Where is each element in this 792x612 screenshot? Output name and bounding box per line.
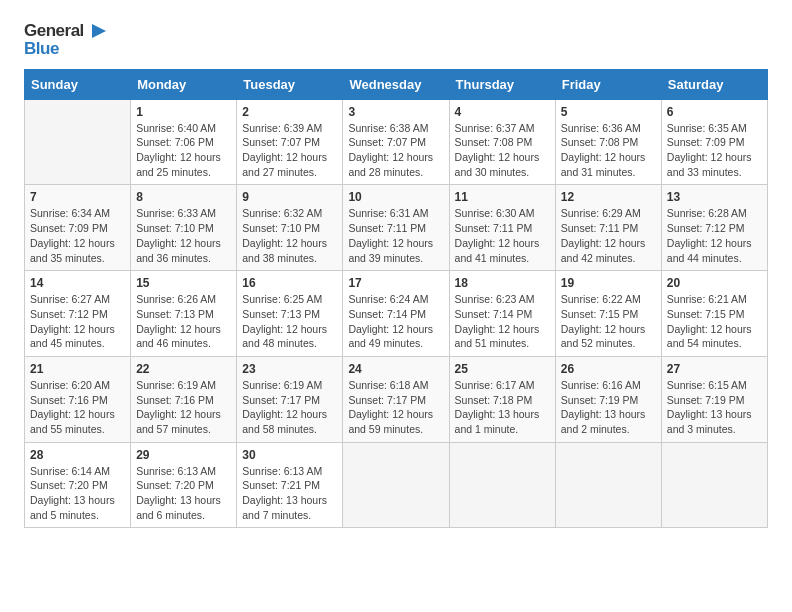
calendar-week-row: 21Sunrise: 6:20 AMSunset: 7:16 PMDayligh… bbox=[25, 356, 768, 442]
day-info: Sunrise: 6:38 AMSunset: 7:07 PMDaylight:… bbox=[348, 121, 443, 180]
day-info: Sunrise: 6:39 AMSunset: 7:07 PMDaylight:… bbox=[242, 121, 337, 180]
column-header-friday: Friday bbox=[555, 69, 661, 99]
calendar-cell: 22Sunrise: 6:19 AMSunset: 7:16 PMDayligh… bbox=[131, 356, 237, 442]
column-header-thursday: Thursday bbox=[449, 69, 555, 99]
calendar-cell: 29Sunrise: 6:13 AMSunset: 7:20 PMDayligh… bbox=[131, 442, 237, 528]
calendar-cell: 9Sunrise: 6:32 AMSunset: 7:10 PMDaylight… bbox=[237, 185, 343, 271]
calendar-week-row: 14Sunrise: 6:27 AMSunset: 7:12 PMDayligh… bbox=[25, 271, 768, 357]
column-header-sunday: Sunday bbox=[25, 69, 131, 99]
calendar-cell: 12Sunrise: 6:29 AMSunset: 7:11 PMDayligh… bbox=[555, 185, 661, 271]
calendar-week-row: 7Sunrise: 6:34 AMSunset: 7:09 PMDaylight… bbox=[25, 185, 768, 271]
day-info: Sunrise: 6:31 AMSunset: 7:11 PMDaylight:… bbox=[348, 206, 443, 265]
day-info: Sunrise: 6:32 AMSunset: 7:10 PMDaylight:… bbox=[242, 206, 337, 265]
calendar-cell: 23Sunrise: 6:19 AMSunset: 7:17 PMDayligh… bbox=[237, 356, 343, 442]
day-info: Sunrise: 6:40 AMSunset: 7:06 PMDaylight:… bbox=[136, 121, 231, 180]
day-number: 29 bbox=[136, 448, 231, 462]
logo-text: General Blue bbox=[24, 20, 108, 59]
svg-marker-0 bbox=[92, 24, 106, 38]
day-number: 12 bbox=[561, 190, 656, 204]
day-info: Sunrise: 6:13 AMSunset: 7:21 PMDaylight:… bbox=[242, 464, 337, 523]
calendar-cell: 24Sunrise: 6:18 AMSunset: 7:17 PMDayligh… bbox=[343, 356, 449, 442]
day-number: 28 bbox=[30, 448, 125, 462]
day-number: 3 bbox=[348, 105, 443, 119]
calendar-cell: 5Sunrise: 6:36 AMSunset: 7:08 PMDaylight… bbox=[555, 99, 661, 185]
calendar-cell bbox=[25, 99, 131, 185]
calendar-week-row: 28Sunrise: 6:14 AMSunset: 7:20 PMDayligh… bbox=[25, 442, 768, 528]
calendar-table: SundayMondayTuesdayWednesdayThursdayFrid… bbox=[24, 69, 768, 529]
calendar-cell: 6Sunrise: 6:35 AMSunset: 7:09 PMDaylight… bbox=[661, 99, 767, 185]
day-info: Sunrise: 6:22 AMSunset: 7:15 PMDaylight:… bbox=[561, 292, 656, 351]
calendar-week-row: 1Sunrise: 6:40 AMSunset: 7:06 PMDaylight… bbox=[25, 99, 768, 185]
day-number: 1 bbox=[136, 105, 231, 119]
day-number: 6 bbox=[667, 105, 762, 119]
day-info: Sunrise: 6:37 AMSunset: 7:08 PMDaylight:… bbox=[455, 121, 550, 180]
day-number: 16 bbox=[242, 276, 337, 290]
day-number: 26 bbox=[561, 362, 656, 376]
calendar-cell: 11Sunrise: 6:30 AMSunset: 7:11 PMDayligh… bbox=[449, 185, 555, 271]
day-info: Sunrise: 6:16 AMSunset: 7:19 PMDaylight:… bbox=[561, 378, 656, 437]
calendar-cell: 16Sunrise: 6:25 AMSunset: 7:13 PMDayligh… bbox=[237, 271, 343, 357]
logo-triangle-icon bbox=[86, 20, 108, 42]
calendar-cell bbox=[555, 442, 661, 528]
calendar-cell: 20Sunrise: 6:21 AMSunset: 7:15 PMDayligh… bbox=[661, 271, 767, 357]
column-header-saturday: Saturday bbox=[661, 69, 767, 99]
day-info: Sunrise: 6:19 AMSunset: 7:16 PMDaylight:… bbox=[136, 378, 231, 437]
day-info: Sunrise: 6:29 AMSunset: 7:11 PMDaylight:… bbox=[561, 206, 656, 265]
day-number: 24 bbox=[348, 362, 443, 376]
calendar-cell: 3Sunrise: 6:38 AMSunset: 7:07 PMDaylight… bbox=[343, 99, 449, 185]
day-number: 23 bbox=[242, 362, 337, 376]
day-number: 22 bbox=[136, 362, 231, 376]
calendar-cell: 15Sunrise: 6:26 AMSunset: 7:13 PMDayligh… bbox=[131, 271, 237, 357]
day-info: Sunrise: 6:25 AMSunset: 7:13 PMDaylight:… bbox=[242, 292, 337, 351]
calendar-cell: 14Sunrise: 6:27 AMSunset: 7:12 PMDayligh… bbox=[25, 271, 131, 357]
day-info: Sunrise: 6:14 AMSunset: 7:20 PMDaylight:… bbox=[30, 464, 125, 523]
day-info: Sunrise: 6:36 AMSunset: 7:08 PMDaylight:… bbox=[561, 121, 656, 180]
day-info: Sunrise: 6:30 AMSunset: 7:11 PMDaylight:… bbox=[455, 206, 550, 265]
calendar-cell: 26Sunrise: 6:16 AMSunset: 7:19 PMDayligh… bbox=[555, 356, 661, 442]
calendar-cell: 1Sunrise: 6:40 AMSunset: 7:06 PMDaylight… bbox=[131, 99, 237, 185]
calendar-header-row: SundayMondayTuesdayWednesdayThursdayFrid… bbox=[25, 69, 768, 99]
day-info: Sunrise: 6:26 AMSunset: 7:13 PMDaylight:… bbox=[136, 292, 231, 351]
calendar-cell: 27Sunrise: 6:15 AMSunset: 7:19 PMDayligh… bbox=[661, 356, 767, 442]
day-number: 20 bbox=[667, 276, 762, 290]
day-info: Sunrise: 6:19 AMSunset: 7:17 PMDaylight:… bbox=[242, 378, 337, 437]
day-number: 30 bbox=[242, 448, 337, 462]
column-header-tuesday: Tuesday bbox=[237, 69, 343, 99]
day-number: 14 bbox=[30, 276, 125, 290]
day-number: 5 bbox=[561, 105, 656, 119]
day-info: Sunrise: 6:17 AMSunset: 7:18 PMDaylight:… bbox=[455, 378, 550, 437]
day-number: 25 bbox=[455, 362, 550, 376]
day-info: Sunrise: 6:20 AMSunset: 7:16 PMDaylight:… bbox=[30, 378, 125, 437]
column-header-wednesday: Wednesday bbox=[343, 69, 449, 99]
logo: General Blue bbox=[24, 20, 108, 59]
day-number: 8 bbox=[136, 190, 231, 204]
calendar-cell: 8Sunrise: 6:33 AMSunset: 7:10 PMDaylight… bbox=[131, 185, 237, 271]
day-number: 19 bbox=[561, 276, 656, 290]
calendar-cell: 19Sunrise: 6:22 AMSunset: 7:15 PMDayligh… bbox=[555, 271, 661, 357]
day-number: 4 bbox=[455, 105, 550, 119]
day-number: 11 bbox=[455, 190, 550, 204]
day-info: Sunrise: 6:33 AMSunset: 7:10 PMDaylight:… bbox=[136, 206, 231, 265]
day-info: Sunrise: 6:13 AMSunset: 7:20 PMDaylight:… bbox=[136, 464, 231, 523]
calendar-cell: 18Sunrise: 6:23 AMSunset: 7:14 PMDayligh… bbox=[449, 271, 555, 357]
day-number: 2 bbox=[242, 105, 337, 119]
calendar-cell: 7Sunrise: 6:34 AMSunset: 7:09 PMDaylight… bbox=[25, 185, 131, 271]
day-info: Sunrise: 6:27 AMSunset: 7:12 PMDaylight:… bbox=[30, 292, 125, 351]
calendar-cell: 13Sunrise: 6:28 AMSunset: 7:12 PMDayligh… bbox=[661, 185, 767, 271]
calendar-cell: 2Sunrise: 6:39 AMSunset: 7:07 PMDaylight… bbox=[237, 99, 343, 185]
day-info: Sunrise: 6:21 AMSunset: 7:15 PMDaylight:… bbox=[667, 292, 762, 351]
day-number: 18 bbox=[455, 276, 550, 290]
calendar-cell bbox=[449, 442, 555, 528]
calendar-cell: 30Sunrise: 6:13 AMSunset: 7:21 PMDayligh… bbox=[237, 442, 343, 528]
calendar-cell bbox=[343, 442, 449, 528]
calendar-cell: 21Sunrise: 6:20 AMSunset: 7:16 PMDayligh… bbox=[25, 356, 131, 442]
day-info: Sunrise: 6:15 AMSunset: 7:19 PMDaylight:… bbox=[667, 378, 762, 437]
day-number: 9 bbox=[242, 190, 337, 204]
day-info: Sunrise: 6:35 AMSunset: 7:09 PMDaylight:… bbox=[667, 121, 762, 180]
day-info: Sunrise: 6:18 AMSunset: 7:17 PMDaylight:… bbox=[348, 378, 443, 437]
day-info: Sunrise: 6:23 AMSunset: 7:14 PMDaylight:… bbox=[455, 292, 550, 351]
calendar-cell bbox=[661, 442, 767, 528]
calendar-cell: 4Sunrise: 6:37 AMSunset: 7:08 PMDaylight… bbox=[449, 99, 555, 185]
column-header-monday: Monday bbox=[131, 69, 237, 99]
calendar-cell: 10Sunrise: 6:31 AMSunset: 7:11 PMDayligh… bbox=[343, 185, 449, 271]
